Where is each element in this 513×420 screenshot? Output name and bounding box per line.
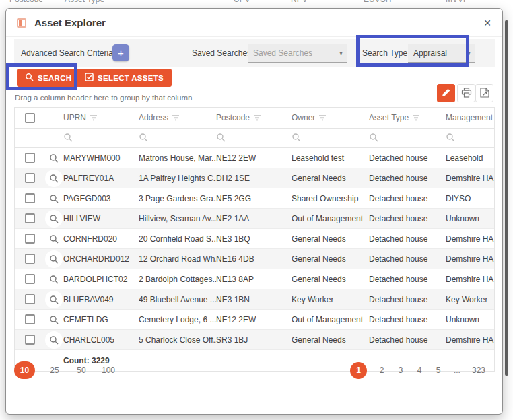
page-number[interactable]: 3: [397, 365, 405, 375]
close-icon[interactable]: ✕: [483, 18, 491, 28]
row-checkbox[interactable]: [25, 335, 35, 345]
printer-icon: [461, 88, 472, 100]
export-file-icon: [480, 88, 489, 100]
row-checkbox[interactable]: [25, 314, 35, 324]
row-checkbox[interactable]: [25, 294, 35, 304]
search-type-label: Search Type: [362, 48, 407, 58]
column-filter-input[interactable]: [446, 133, 494, 144]
row-detail-button[interactable]: [45, 331, 63, 349]
cell-postcode: NE3 1BN: [216, 295, 292, 304]
column-header[interactable]: Asset Type: [369, 113, 446, 123]
search-button-label: SEARCH: [38, 74, 71, 82]
column-filter-input[interactable]: [63, 133, 139, 144]
checkbox-check-icon: [85, 73, 94, 83]
search-icon: [446, 133, 455, 144]
row-detail-button[interactable]: [45, 271, 63, 288]
background-column-fragment: Postcode: [9, 0, 43, 4]
row-detail-button[interactable]: [45, 149, 63, 167]
dialog-title-bar: Asset Explorer ✕: [6, 9, 502, 37]
column-filter-input[interactable]: [139, 133, 216, 144]
page-numbers: 12345...323: [350, 362, 485, 379]
page-number[interactable]: 323: [472, 365, 485, 375]
cell-management: Unknown: [446, 315, 494, 324]
cell-address: 12 Orchard Road Wh...: [139, 254, 216, 264]
select-assets-button[interactable]: SELECT ASSETS: [77, 69, 172, 87]
row-detail-button[interactable]: [45, 230, 63, 248]
column-header-label: Address: [139, 113, 168, 123]
row-checkbox[interactable]: [25, 234, 35, 244]
cell-postcode: DH2 1SE: [216, 174, 292, 183]
page-size-option[interactable]: 50: [74, 365, 89, 375]
select-all-checkbox[interactable]: [25, 113, 35, 123]
table-row: BLUEBAV049 49 Bluebell Avenue ... NE3 1B…: [15, 289, 494, 310]
column-header[interactable]: Address: [139, 113, 216, 123]
page-number[interactable]: 5: [434, 365, 442, 375]
cell-owner: Leasehold test: [292, 153, 369, 163]
cell-address: 2 Bardolph Cottages...: [139, 275, 216, 284]
page-number[interactable]: 4: [415, 365, 423, 375]
column-header-label: Postcode: [216, 113, 250, 123]
cell-address: 20 Cornfield Road S...: [139, 234, 216, 244]
header-filter-icon[interactable]: [319, 115, 326, 121]
cell-address: Matrons House, Mar...: [139, 153, 216, 163]
header-filter-icon[interactable]: [413, 115, 419, 121]
cell-asset-type: Detached house: [369, 214, 446, 223]
table-row: ORCHARDRD012 12 Orchard Road Wh... NE16 …: [15, 249, 494, 269]
page-number[interactable]: 2: [378, 365, 386, 375]
column-header[interactable]: Management: [446, 113, 494, 123]
row-detail-button[interactable]: [45, 291, 63, 308]
cell-postcode: NE13 8AP: [216, 275, 292, 284]
saved-searches-dropdown[interactable]: Saved Searches ▾: [248, 44, 347, 63]
column-header[interactable]: Owner: [292, 113, 369, 123]
cell-uprn: MARYWHM000: [63, 153, 139, 163]
column-filter-input[interactable]: [216, 133, 292, 144]
cell-owner: Shared Ownership: [292, 194, 369, 203]
row-checkbox[interactable]: [25, 173, 35, 183]
page-number[interactable]: ...: [453, 365, 461, 375]
print-button[interactable]: [457, 84, 475, 102]
saved-searches-label: Saved Searches: [192, 48, 251, 58]
header-filter-icon[interactable]: [90, 115, 97, 121]
cell-postcode: NE2 1AA: [216, 214, 292, 223]
row-checkbox[interactable]: [25, 193, 35, 203]
page-scrollbar[interactable]: [505, 20, 508, 376]
column-filter-input[interactable]: [292, 133, 369, 144]
row-checkbox[interactable]: [25, 213, 35, 223]
export-icon[interactable]: [475, 84, 493, 102]
table-row: PAGEGD003 3 Page Gardens Gra... NE5 2GG …: [15, 188, 494, 209]
search-icon: [216, 133, 226, 144]
saved-searches-placeholder: Saved Searches: [248, 48, 335, 58]
page-size-option[interactable]: 100: [101, 365, 116, 375]
row-checkbox[interactable]: [25, 153, 35, 163]
search-button[interactable]: SEARCH: [17, 69, 79, 87]
cell-uprn: HILLVIEW: [63, 214, 139, 223]
background-column-fragment: NPV: [291, 0, 308, 4]
cell-address: 3 Page Gardens Gra...: [139, 194, 216, 203]
row-checkbox[interactable]: [25, 274, 35, 284]
cell-uprn: PALFREY01A: [63, 174, 139, 183]
column-header[interactable]: Postcode: [216, 113, 292, 123]
page-size-option[interactable]: 10: [14, 361, 35, 379]
cell-asset-type: Detached house: [369, 275, 446, 284]
row-checkbox[interactable]: [25, 254, 35, 264]
row-detail-button[interactable]: [45, 170, 63, 187]
search-type-dropdown[interactable]: Appraisal ▾: [408, 44, 475, 63]
cell-address: Cemetery Lodge, 6 ...: [139, 315, 216, 324]
background-column-fragment: Asset Type: [65, 0, 104, 4]
row-detail-button[interactable]: [45, 190, 63, 207]
page-number[interactable]: 1: [350, 362, 367, 379]
cell-owner: General Needs: [292, 174, 369, 183]
header-filter-icon[interactable]: [254, 115, 261, 121]
column-header-label: Asset Type: [369, 113, 409, 123]
row-detail-button[interactable]: [45, 311, 63, 328]
cell-uprn: CHARLCL005: [63, 335, 139, 345]
column-header[interactable]: UPRN: [63, 113, 139, 123]
column-filter-input[interactable]: [369, 133, 446, 144]
cell-owner: Out of Management: [292, 214, 369, 223]
edit-columns-button[interactable]: [437, 84, 455, 102]
row-detail-button[interactable]: [45, 250, 63, 268]
row-detail-button[interactable]: [45, 210, 63, 228]
header-filter-icon[interactable]: [172, 115, 179, 121]
page-size-option[interactable]: 25: [47, 365, 62, 375]
add-criteria-button[interactable]: +: [112, 44, 129, 61]
